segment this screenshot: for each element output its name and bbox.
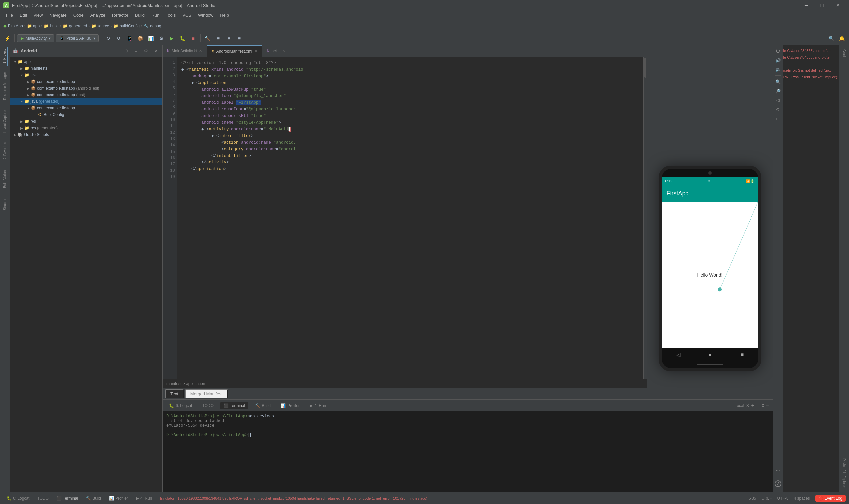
breadcrumb-item-debug[interactable]: 🔧 debug [144,23,161,28]
terminal-settings-btn[interactable]: ⚙ [761,403,765,408]
maximize-button[interactable]: □ [814,0,830,11]
menu-item-help[interactable]: Help [217,12,232,19]
sync-btn[interactable]: ↻ [104,34,113,43]
toolbar-btn-1[interactable]: ⚡ [3,34,12,43]
menu-item-file[interactable]: File [3,12,16,19]
build-variants-tab[interactable]: Build Variants [2,165,7,191]
todo-tab[interactable]: TODO [199,402,217,409]
breadcrumb-item-source[interactable]: 📁 source [91,23,109,28]
tree-item-pkg4[interactable]: ▾ 📦 com.example.firstapp [10,105,162,111]
menu-item-refactor[interactable]: Refactor [109,12,132,19]
terminal-content[interactable]: D:\AndroidStudioProjects\FirstApp>adb de… [163,412,773,492]
right-btn-back[interactable]: ◁ [774,96,782,104]
favorites-tab[interactable]: 2: Favorites [2,139,7,162]
menu-item-code[interactable]: Code [70,12,87,19]
tab-close-2[interactable]: ✕ [254,49,257,53]
close-button[interactable]: ✕ [830,0,846,11]
tree-item-res[interactable]: ▶ 📁 res [10,118,162,125]
breadcrumb-item-build[interactable]: 📁 build [44,23,58,28]
search-btn[interactable]: 🔍 [827,34,836,43]
build-status-tab[interactable]: 🔨 Build [83,495,105,502]
new-terminal-btn[interactable]: + [751,402,754,409]
menu-item-build[interactable]: Build [132,12,148,19]
profile-btn[interactable]: 📊 [146,34,156,43]
right-btn-zoom-out[interactable]: 🔎 [774,87,782,95]
nav-home-btn[interactable]: ● [709,352,712,358]
run-tab[interactable]: ▶ 4: Run [306,402,329,409]
merged-manifest-tab[interactable]: Merged Manifest [185,389,228,398]
breadcrumb-item-firstapp[interactable]: ◆ FirstApp [3,23,23,28]
nav-recent-btn[interactable]: ■ [741,352,744,358]
breadcrumb-item-app[interactable]: 📁 app [27,23,40,28]
menu-item-navigate[interactable]: Navigate [46,12,70,19]
build-project-btn[interactable]: 🔨 [203,34,212,43]
logcat-status-tab[interactable]: 🐛 6: Logcat [3,495,33,502]
run-status-tab[interactable]: ▶ 4: Run [133,495,155,502]
profiler-status-tab[interactable]: 📊 Profiler [106,495,131,502]
breadcrumb-item-buildconfig[interactable]: 📁 buildConfig [113,23,140,28]
right-btn-more[interactable]: ⋯ [774,466,782,474]
stop-btn[interactable]: ■ [189,34,198,43]
code-content[interactable]: <?xml version="1.0" encoding="utf-8"?> ◆… [177,57,644,379]
run-config-dropdown[interactable]: ▶ MainActivity ▾ [17,35,54,42]
menu-item-view[interactable]: View [30,12,46,19]
tree-item-buildconfig[interactable]: C BuildConfig [10,111,162,118]
editor-scrollbar[interactable] [644,57,647,379]
event-log-button[interactable]: 🔴 Event Log [815,495,846,502]
structure-tab[interactable]: Structure [2,194,7,213]
collapse-all-btn[interactable]: ≡ [132,48,140,55]
tree-item-java[interactable]: ▾ 📁 java [10,72,162,78]
tab-act[interactable]: K act... ✕ [262,45,290,57]
tree-item-gradle[interactable]: ▶ 🐘 Gradle Scripts [10,131,162,138]
right-btn-home[interactable]: ⊙ [774,105,782,113]
menu-item-edit[interactable]: Edit [16,12,30,19]
tree-item-pkg2[interactable]: ▶ 📦 com.example.firstapp (androidTest) [10,85,162,91]
right-btn-power[interactable]: ⏻ [774,47,782,55]
indent-indicator[interactable]: 4 spaces [794,496,810,501]
layout-captures-tab[interactable]: Layout Captures [2,106,7,136]
toolbar-more-3[interactable]: ≡ [235,34,244,43]
debug-btn[interactable]: 🐛 [178,34,187,43]
run-btn[interactable]: ▶ [167,34,177,43]
avd-btn[interactable]: 📱 [125,34,134,43]
encoding-indicator[interactable]: UTF-8 [777,496,789,501]
tree-item-app[interactable]: ▾ 📁 app [10,58,162,65]
toolbar-more-2[interactable]: ≡ [224,34,234,43]
toolbar-more-1[interactable]: ≡ [214,34,223,43]
tree-item-manifests[interactable]: ▶ 📁 manifests [10,65,162,72]
settings-btn[interactable]: ⚙ [157,34,166,43]
right-btn-zoom-in[interactable]: 🔍 [774,77,782,86]
notifications-btn[interactable]: 🔔 [837,34,846,43]
menu-item-vcs[interactable]: VCS [179,12,195,19]
tree-item-pkg1[interactable]: ▶ 📦 com.example.firstapp [10,78,162,85]
gradle-panel-tab[interactable]: Gradle [842,47,847,62]
profiler-tab[interactable]: 📊 Profiler [277,402,303,409]
todo-status-tab[interactable]: TODO [34,495,52,502]
menu-item-run[interactable]: Run [148,12,163,19]
sync2-btn[interactable]: ⟳ [114,34,124,43]
tree-item-res-generated[interactable]: ▶ 📁 res (generated) [10,125,162,131]
minimize-button[interactable]: ─ [799,0,814,11]
new-group-btn[interactable]: ⊕ [122,48,130,55]
tab-mainactivity[interactable]: K MainActivity.kt ✕ [163,45,207,57]
resource-manager-tab[interactable]: Resource Manager [2,69,7,103]
right-btn-square[interactable]: □ [774,115,782,123]
text-tab[interactable]: Text [165,389,184,398]
device-dropdown[interactable]: 📱 Pixel 2 API 30 ▾ [56,35,99,42]
build-tab[interactable]: 🔨 Build [252,402,274,409]
breadcrumb-item-generated[interactable]: 📁 generated [63,23,87,28]
tab-close-3[interactable]: ✕ [282,49,285,53]
logcat-tab[interactable]: 🐛 6: Logcat [166,402,195,409]
right-btn-vol-up[interactable]: 🔊 [774,56,782,64]
crlf-indicator[interactable]: CRLF [761,496,772,501]
project-tab[interactable]: 1: Project [2,47,7,66]
tree-item-java-generated[interactable]: ▾ 📁 java (generated) [10,98,162,105]
menu-item-window[interactable]: Window [195,12,217,19]
menu-item-analyze[interactable]: Analyze [87,12,109,19]
close-panel-btn[interactable]: ✕ [152,48,160,55]
nav-back-btn[interactable]: ◁ [676,352,680,358]
sdk-btn[interactable]: 📦 [136,34,145,43]
tree-item-pkg3[interactable]: ▶ 📦 com.example.firstapp (test) [10,91,162,98]
terminal-minimize-btn[interactable]: ─ [766,403,770,408]
menu-item-tools[interactable]: Tools [163,12,179,19]
